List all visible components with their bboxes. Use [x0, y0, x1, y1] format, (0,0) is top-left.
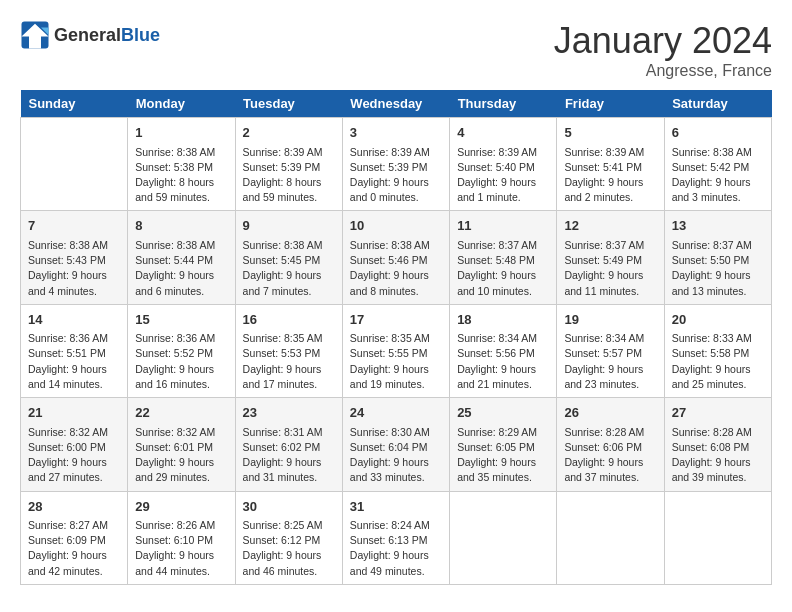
day-number: 5	[564, 123, 656, 143]
calendar-cell: 21Sunrise: 8:32 AMSunset: 6:00 PMDayligh…	[21, 398, 128, 491]
day-info: Sunrise: 8:39 AMSunset: 5:41 PMDaylight:…	[564, 145, 656, 206]
logo-blue: Blue	[121, 25, 160, 45]
day-info: Sunrise: 8:39 AMSunset: 5:39 PMDaylight:…	[243, 145, 335, 206]
day-info: Sunrise: 8:38 AMSunset: 5:46 PMDaylight:…	[350, 238, 442, 299]
calendar-cell: 7Sunrise: 8:38 AMSunset: 5:43 PMDaylight…	[21, 211, 128, 304]
day-number: 30	[243, 497, 335, 517]
calendar-title: January 2024	[554, 20, 772, 62]
day-info: Sunrise: 8:36 AMSunset: 5:52 PMDaylight:…	[135, 331, 227, 392]
calendar-week-row: 1Sunrise: 8:38 AMSunset: 5:38 PMDaylight…	[21, 118, 772, 211]
day-number: 9	[243, 216, 335, 236]
day-info: Sunrise: 8:31 AMSunset: 6:02 PMDaylight:…	[243, 425, 335, 486]
calendar-cell	[557, 491, 664, 584]
calendar-cell: 19Sunrise: 8:34 AMSunset: 5:57 PMDayligh…	[557, 304, 664, 397]
day-number: 22	[135, 403, 227, 423]
day-info: Sunrise: 8:24 AMSunset: 6:13 PMDaylight:…	[350, 518, 442, 579]
day-info: Sunrise: 8:35 AMSunset: 5:55 PMDaylight:…	[350, 331, 442, 392]
calendar-table: SundayMondayTuesdayWednesdayThursdayFrid…	[20, 90, 772, 585]
day-number: 27	[672, 403, 764, 423]
day-number: 25	[457, 403, 549, 423]
day-number: 26	[564, 403, 656, 423]
calendar-week-row: 21Sunrise: 8:32 AMSunset: 6:00 PMDayligh…	[21, 398, 772, 491]
day-number: 17	[350, 310, 442, 330]
day-number: 7	[28, 216, 120, 236]
calendar-cell: 16Sunrise: 8:35 AMSunset: 5:53 PMDayligh…	[235, 304, 342, 397]
day-number: 12	[564, 216, 656, 236]
calendar-cell: 10Sunrise: 8:38 AMSunset: 5:46 PMDayligh…	[342, 211, 449, 304]
page-header: GeneralBlue January 2024 Angresse, Franc…	[20, 20, 772, 80]
day-info: Sunrise: 8:27 AMSunset: 6:09 PMDaylight:…	[28, 518, 120, 579]
day-number: 1	[135, 123, 227, 143]
calendar-cell: 23Sunrise: 8:31 AMSunset: 6:02 PMDayligh…	[235, 398, 342, 491]
day-number: 14	[28, 310, 120, 330]
calendar-cell: 12Sunrise: 8:37 AMSunset: 5:49 PMDayligh…	[557, 211, 664, 304]
calendar-cell: 3Sunrise: 8:39 AMSunset: 5:39 PMDaylight…	[342, 118, 449, 211]
calendar-cell: 29Sunrise: 8:26 AMSunset: 6:10 PMDayligh…	[128, 491, 235, 584]
calendar-cell: 22Sunrise: 8:32 AMSunset: 6:01 PMDayligh…	[128, 398, 235, 491]
calendar-cell: 25Sunrise: 8:29 AMSunset: 6:05 PMDayligh…	[450, 398, 557, 491]
day-number: 29	[135, 497, 227, 517]
calendar-cell: 26Sunrise: 8:28 AMSunset: 6:06 PMDayligh…	[557, 398, 664, 491]
calendar-cell: 14Sunrise: 8:36 AMSunset: 5:51 PMDayligh…	[21, 304, 128, 397]
day-number: 19	[564, 310, 656, 330]
day-info: Sunrise: 8:36 AMSunset: 5:51 PMDaylight:…	[28, 331, 120, 392]
day-number: 15	[135, 310, 227, 330]
calendar-cell: 24Sunrise: 8:30 AMSunset: 6:04 PMDayligh…	[342, 398, 449, 491]
day-number: 18	[457, 310, 549, 330]
day-info: Sunrise: 8:34 AMSunset: 5:56 PMDaylight:…	[457, 331, 549, 392]
day-info: Sunrise: 8:35 AMSunset: 5:53 PMDaylight:…	[243, 331, 335, 392]
calendar-cell: 6Sunrise: 8:38 AMSunset: 5:42 PMDaylight…	[664, 118, 771, 211]
calendar-cell: 11Sunrise: 8:37 AMSunset: 5:48 PMDayligh…	[450, 211, 557, 304]
day-number: 10	[350, 216, 442, 236]
day-info: Sunrise: 8:26 AMSunset: 6:10 PMDaylight:…	[135, 518, 227, 579]
calendar-cell	[664, 491, 771, 584]
calendar-cell	[21, 118, 128, 211]
day-number: 31	[350, 497, 442, 517]
day-of-week-header: Monday	[128, 90, 235, 118]
calendar-cell	[450, 491, 557, 584]
calendar-cell: 28Sunrise: 8:27 AMSunset: 6:09 PMDayligh…	[21, 491, 128, 584]
day-info: Sunrise: 8:38 AMSunset: 5:42 PMDaylight:…	[672, 145, 764, 206]
day-number: 21	[28, 403, 120, 423]
calendar-cell: 30Sunrise: 8:25 AMSunset: 6:12 PMDayligh…	[235, 491, 342, 584]
title-block: January 2024 Angresse, France	[554, 20, 772, 80]
day-info: Sunrise: 8:38 AMSunset: 5:45 PMDaylight:…	[243, 238, 335, 299]
day-info: Sunrise: 8:38 AMSunset: 5:44 PMDaylight:…	[135, 238, 227, 299]
day-info: Sunrise: 8:39 AMSunset: 5:40 PMDaylight:…	[457, 145, 549, 206]
calendar-cell: 9Sunrise: 8:38 AMSunset: 5:45 PMDaylight…	[235, 211, 342, 304]
day-info: Sunrise: 8:28 AMSunset: 6:06 PMDaylight:…	[564, 425, 656, 486]
day-info: Sunrise: 8:33 AMSunset: 5:58 PMDaylight:…	[672, 331, 764, 392]
day-number: 2	[243, 123, 335, 143]
calendar-cell: 18Sunrise: 8:34 AMSunset: 5:56 PMDayligh…	[450, 304, 557, 397]
calendar-cell: 20Sunrise: 8:33 AMSunset: 5:58 PMDayligh…	[664, 304, 771, 397]
day-info: Sunrise: 8:39 AMSunset: 5:39 PMDaylight:…	[350, 145, 442, 206]
calendar-subtitle: Angresse, France	[554, 62, 772, 80]
calendar-header-row: SundayMondayTuesdayWednesdayThursdayFrid…	[21, 90, 772, 118]
day-info: Sunrise: 8:32 AMSunset: 6:00 PMDaylight:…	[28, 425, 120, 486]
day-number: 4	[457, 123, 549, 143]
day-info: Sunrise: 8:32 AMSunset: 6:01 PMDaylight:…	[135, 425, 227, 486]
calendar-week-row: 14Sunrise: 8:36 AMSunset: 5:51 PMDayligh…	[21, 304, 772, 397]
calendar-cell: 5Sunrise: 8:39 AMSunset: 5:41 PMDaylight…	[557, 118, 664, 211]
day-of-week-header: Tuesday	[235, 90, 342, 118]
logo: GeneralBlue	[20, 20, 160, 50]
day-number: 16	[243, 310, 335, 330]
day-info: Sunrise: 8:37 AMSunset: 5:48 PMDaylight:…	[457, 238, 549, 299]
calendar-cell: 17Sunrise: 8:35 AMSunset: 5:55 PMDayligh…	[342, 304, 449, 397]
day-info: Sunrise: 8:38 AMSunset: 5:43 PMDaylight:…	[28, 238, 120, 299]
calendar-cell: 27Sunrise: 8:28 AMSunset: 6:08 PMDayligh…	[664, 398, 771, 491]
day-info: Sunrise: 8:38 AMSunset: 5:38 PMDaylight:…	[135, 145, 227, 206]
calendar-cell: 1Sunrise: 8:38 AMSunset: 5:38 PMDaylight…	[128, 118, 235, 211]
day-info: Sunrise: 8:25 AMSunset: 6:12 PMDaylight:…	[243, 518, 335, 579]
calendar-cell: 31Sunrise: 8:24 AMSunset: 6:13 PMDayligh…	[342, 491, 449, 584]
day-number: 28	[28, 497, 120, 517]
day-number: 20	[672, 310, 764, 330]
calendar-cell: 4Sunrise: 8:39 AMSunset: 5:40 PMDaylight…	[450, 118, 557, 211]
day-of-week-header: Wednesday	[342, 90, 449, 118]
calendar-cell: 13Sunrise: 8:37 AMSunset: 5:50 PMDayligh…	[664, 211, 771, 304]
calendar-week-row: 7Sunrise: 8:38 AMSunset: 5:43 PMDaylight…	[21, 211, 772, 304]
day-number: 23	[243, 403, 335, 423]
day-info: Sunrise: 8:37 AMSunset: 5:49 PMDaylight:…	[564, 238, 656, 299]
day-info: Sunrise: 8:30 AMSunset: 6:04 PMDaylight:…	[350, 425, 442, 486]
day-number: 24	[350, 403, 442, 423]
